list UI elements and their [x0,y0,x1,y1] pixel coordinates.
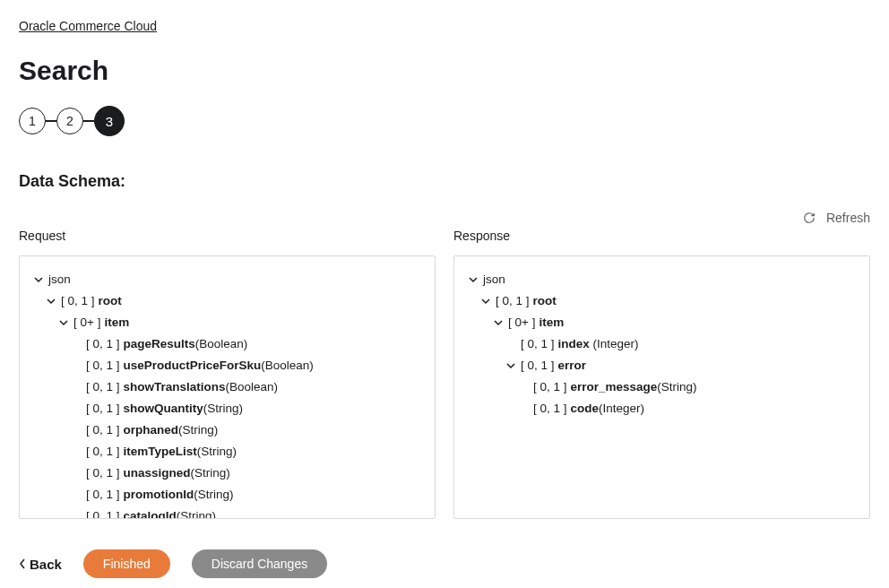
chevron-down-icon[interactable] [492,316,505,329]
stepper: 1 2 3 [19,106,870,136]
node-name: error [558,355,587,376]
step-2[interactable]: 2 [56,108,83,134]
tree-node-leaf[interactable]: [ 0, 1 ] promotionId (String) [29,484,426,506]
page-title: Search [19,56,870,86]
node-multiplicity: [ 0, 1 ] [521,333,555,355]
refresh-button[interactable]: Refresh [803,211,870,225]
node-multiplicity: [ 0, 1 ] [86,484,120,506]
node-name: catalogId [124,506,177,519]
chevron-down-icon[interactable] [32,273,45,286]
node-multiplicity: [ 0, 1 ] [61,290,95,312]
refresh-icon [803,212,816,224]
node-name: item [539,312,564,333]
tree-node-root[interactable]: [ 0, 1 ] root [463,290,860,312]
tree-node-leaf[interactable]: [ 0, 1 ] pageResults (Boolean) [29,333,426,355]
chevron-down-icon[interactable] [57,316,70,329]
node-multiplicity: [ 0, 1 ] [533,376,567,398]
request-label: Request [19,229,436,243]
node-type: (Boolean) [261,355,314,376]
tree-node-leaf[interactable]: [ 0, 1 ] index (Integer) [463,333,860,355]
node-type: (String) [197,441,237,463]
response-column: Response json [ 0, 1 ] root [ 0+ ] item … [453,229,870,519]
node-name: item [104,312,129,333]
response-panel: json [ 0, 1 ] root [ 0+ ] item [ 0, 1 ] … [453,255,870,519]
tree-node-leaf[interactable]: [ 0, 1 ] unassigned (String) [29,463,426,484]
tree-node-leaf[interactable]: [ 0, 1 ] catalogId (String) [29,506,426,519]
tree-node-leaf[interactable]: [ 0, 1 ] orphaned (String) [29,419,426,441]
node-type: (String) [191,463,230,484]
node-name: pageResults [124,333,195,355]
node-multiplicity: [ 0, 1 ] [86,441,120,463]
node-type: (String) [178,419,218,441]
node-multiplicity: [ 0, 1 ] [86,355,120,376]
refresh-label: Refresh [826,211,870,225]
step-3[interactable]: 3 [94,106,125,136]
node-multiplicity: [ 0, 1 ] [533,398,567,419]
back-button[interactable]: Back [19,557,62,572]
node-type: (String) [194,484,233,506]
tree-node-leaf[interactable]: [ 0, 1 ] useProductPriceForSku (Boolean) [29,355,426,376]
node-multiplicity: [ 0, 1 ] [521,355,555,376]
tree-node-leaf[interactable]: [ 0, 1 ] showQuantity (String) [29,398,426,419]
node-name: unassigned [124,463,191,484]
node-type: (Boolean) [226,376,279,398]
chevron-down-icon[interactable] [505,359,517,372]
node-name: orphaned [124,419,179,441]
section-title: Data Schema: [19,172,870,191]
node-multiplicity: [ 0, 1 ] [86,333,120,355]
node-multiplicity: [ 0, 1 ] [86,419,120,441]
node-multiplicity: [ 0, 1 ] [86,376,120,398]
chevron-down-icon[interactable] [467,273,479,286]
node-multiplicity: [ 0, 1 ] [86,463,120,484]
node-name: itemTypeList [124,441,197,463]
tree-node-item[interactable]: [ 0+ ] item [463,312,860,333]
node-name: promotionId [124,484,194,506]
node-type: (String) [177,506,216,519]
tree-node-root[interactable]: [ 0, 1 ] root [29,290,426,312]
discard-button[interactable]: Discard Changes [192,549,327,578]
chevron-left-icon [19,557,26,572]
node-type: (Boolean) [195,333,248,355]
tree-node-leaf[interactable]: [ 0, 1 ] code (Integer) [463,398,860,419]
finished-button[interactable]: Finished [83,549,170,578]
tree-node-item[interactable]: [ 0+ ] item [29,312,426,333]
back-label: Back [30,557,62,572]
tree-node-json[interactable]: json [463,269,860,290]
node-name: code [571,398,600,419]
node-type: (Integer) [599,398,644,419]
tree-node-json[interactable]: json [29,269,426,290]
node-type: (String) [203,398,243,419]
request-panel: json [ 0, 1 ] root [ 0+ ] item [ 0, 1 ] … [19,255,436,519]
node-name: useProductPriceForSku [124,355,262,376]
tree-node-leaf[interactable]: [ 0, 1 ] error_message (String) [463,376,860,398]
node-name: root [533,290,557,312]
node-multiplicity: [ 0, 1 ] [86,398,120,419]
node-name: root [99,290,122,312]
tree-node-leaf[interactable]: [ 0, 1 ] showTranslations (Boolean) [29,376,426,398]
tree-node-error[interactable]: [ 0, 1 ] error [463,355,860,376]
node-name: index [558,333,590,355]
node-label: json [483,269,505,290]
response-label: Response [453,229,870,243]
step-connector [46,120,56,122]
chevron-down-icon[interactable] [479,295,492,307]
step-connector [83,120,94,122]
node-type: (String) [657,376,696,398]
node-name: showQuantity [124,398,203,419]
node-name: showTranslations [124,376,226,398]
node-label: json [48,269,71,290]
node-multiplicity: [ 0+ ] [73,312,100,333]
request-column: Request json [ 0, 1 ] root [ 0+ ] item [… [19,229,436,519]
node-name: error_message [571,376,658,398]
node-multiplicity: [ 0+ ] [508,312,535,333]
breadcrumb[interactable]: Oracle Commerce Cloud [19,19,157,33]
chevron-down-icon[interactable] [45,295,57,307]
step-1[interactable]: 1 [19,108,46,134]
node-multiplicity: [ 0, 1 ] [86,506,120,519]
tree-node-leaf[interactable]: [ 0, 1 ] itemTypeList (String) [29,441,426,463]
node-multiplicity: [ 0, 1 ] [496,290,530,312]
